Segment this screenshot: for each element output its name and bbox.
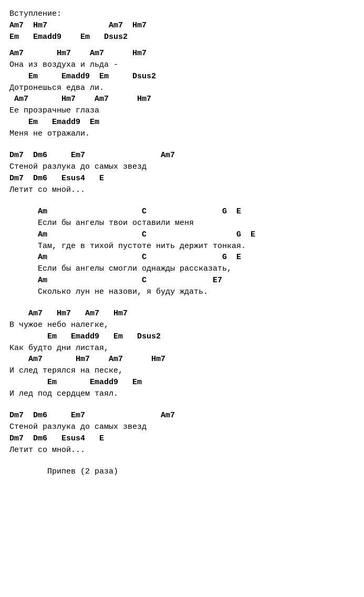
- song-content: Вступление:Am7 Hm7 Am7 Hm7Em Emadd9 Em D…: [9, 8, 355, 483]
- lyric-line: Летит со мной...: [9, 184, 355, 196]
- chord-line: Am C G E: [9, 252, 355, 263]
- song-section-verse2: Dm7 Dm6 Em7 Am7Стеной разлука до самых з…: [9, 150, 355, 201]
- chord-line: Am C G E: [9, 229, 355, 241]
- blank-line: [9, 139, 355, 145]
- chord-line: Am7 Hm7 Am7 Hm7: [9, 20, 355, 32]
- lyric-line: В чужое небо налегке,: [9, 320, 355, 331]
- lyric-line: И лед под сердцем таял.: [9, 388, 355, 400]
- chord-line: Am7 Hm7 Am7 Hm7: [9, 354, 355, 365]
- chord-line: Am C E7: [9, 275, 355, 286]
- lyric-line: Если бы ангелы твои оставили меня: [9, 218, 355, 229]
- song-section-verse4: Dm7 Dm6 Em7 Am7Стеной разлука до самых з…: [9, 410, 355, 461]
- lyric-line: Дотронешься едва ли.: [9, 83, 355, 94]
- chord-line: Am C G E: [9, 206, 355, 218]
- chord-line: Em Emadd9 Em: [9, 377, 355, 388]
- lyric-line: Меня не отражали.: [9, 128, 355, 140]
- chord-line: Em Emadd9 Em Dsus2: [9, 32, 355, 43]
- blank-line: [9, 195, 355, 201]
- lyric-line: Она из воздуха и льда -: [9, 59, 355, 71]
- song-section-intro: Вступление:Am7 Hm7 Am7 Hm7Em Emadd9 Em D…: [9, 8, 355, 145]
- blank-line: [9, 399, 355, 405]
- chord-line: Em Emadd9 Em: [9, 117, 355, 128]
- chord-line: Dm7 Dm6 Em7 Am7: [9, 410, 355, 421]
- chord-line: Dm7 Dm6 Esus4 E: [9, 433, 355, 445]
- lyric-line: Вступление:: [9, 8, 355, 20]
- chord-line: Am7 Hm7 Am7 Hm7: [9, 308, 355, 320]
- lyric-line: Стеной разлука до самых звезд: [9, 161, 355, 173]
- lyric-line: Сколько лун не назови, я буду ждать.: [9, 286, 355, 298]
- blank-line: [9, 456, 355, 461]
- lyric-line: Ее прозрачные глаза: [9, 105, 355, 117]
- lyric-line: Припев (2 раза): [9, 466, 355, 478]
- chord-line: Em Emadd9 Em Dsus2: [9, 71, 355, 83]
- chord-line: Dm7 Dm6 Em7 Am7: [9, 150, 355, 161]
- lyric-line: Стеной разлука до самых звезд: [9, 421, 355, 433]
- lyric-line: И след терялся на песке,: [9, 365, 355, 377]
- chord-line: Dm7 Dm6 Esus4 E: [9, 173, 355, 184]
- blank-line: [9, 43, 355, 48]
- lyric-line: Как будто дни листая,: [9, 343, 355, 354]
- lyric-line: Если бы ангелы смогли однажды рассказать…: [9, 263, 355, 275]
- blank-line: [9, 297, 355, 303]
- chord-line: Am7 Hm7 Am7 Hm7: [9, 94, 355, 105]
- lyric-line: Летит со мной...: [9, 445, 355, 456]
- song-section-chorus: Am C G E Если бы ангелы твои оставили ме…: [9, 206, 355, 303]
- lyric-line: Там, где в тихой пустоте нить держит тон…: [9, 241, 355, 252]
- blank-line: [9, 478, 355, 483]
- chord-line: Em Emadd9 Em Dsus2: [9, 331, 355, 343]
- chord-line: Am7 Hm7 Am7 Hm7: [9, 48, 355, 59]
- song-section-refrain-note: Припев (2 раза): [9, 466, 355, 483]
- song-section-verse3: Am7 Hm7 Am7 Hm7В чужое небо налегке, Em …: [9, 308, 355, 405]
